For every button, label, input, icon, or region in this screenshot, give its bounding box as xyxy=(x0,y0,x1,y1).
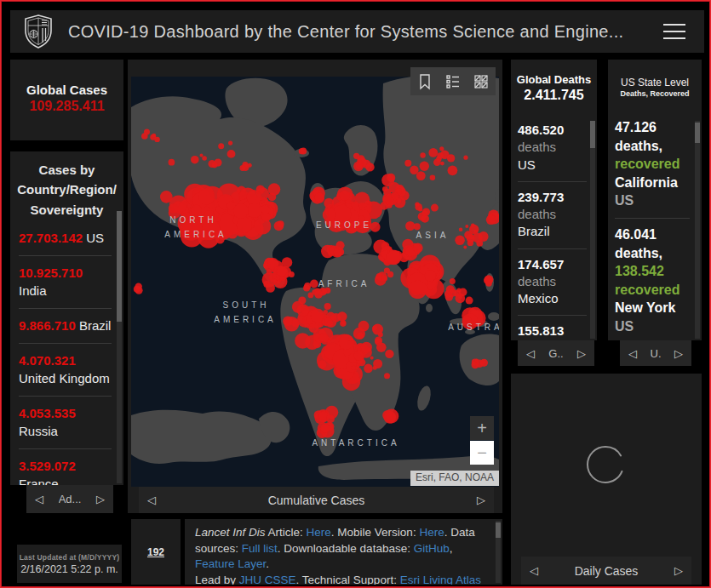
cases-by-country-panel: Cases by Country/Region/ Sovereignty 27.… xyxy=(10,151,123,485)
journal-name: Lancet Inf Dis xyxy=(195,526,266,539)
svg-text:AFRICA: AFRICA xyxy=(318,279,370,288)
cases-list-item[interactable]: 4.053.535 Russia xyxy=(19,397,112,449)
deaths-list-item[interactable]: 239.773 deathsBrazil xyxy=(518,182,587,249)
page-title: COVID-19 Dashboard by the Center for Sys… xyxy=(68,22,663,42)
bookmark-icon[interactable] xyxy=(416,73,433,90)
deaths-list: 486.520 deathsUS239.773 deathsBrazil174.… xyxy=(511,103,597,340)
last-updated-label: Last Updated at (M/D/YYYY) xyxy=(17,553,122,562)
info-link[interactable]: Here xyxy=(419,526,444,539)
global-deaths-panel: Global Deaths 2.411.745 486.520 deathsUS… xyxy=(511,60,597,340)
states-list-item[interactable]: 46.041 deaths, 138.542 recoveredNew York… xyxy=(615,219,690,340)
last-updated-value: 2/16/2021 5:22 p. m. xyxy=(17,563,122,575)
states-list-item[interactable]: 47.126 deaths, recoveredCalifornia US xyxy=(615,111,690,219)
states-list: 47.126 deaths, recoveredCalifornia US46.… xyxy=(608,98,702,340)
map-tab-label: Cumulative Cases xyxy=(139,494,494,507)
last-updated-panel: Last Updated at (M/D/YYYY) 2/16/2021 5:2… xyxy=(17,545,122,583)
info-link[interactable]: Here xyxy=(307,526,331,539)
map-toolbar xyxy=(410,67,496,95)
map-panel: NORTHAMERICAEUROPEASIAAFRICASOUTHAMERICA… xyxy=(128,60,502,513)
basemap-grid-icon[interactable] xyxy=(473,73,490,90)
states-pagination: ◁ U. ▷ xyxy=(620,340,691,366)
info-link[interactable]: GitHub xyxy=(414,542,450,555)
global-cases-label: Global Cases xyxy=(10,83,123,97)
states-scrollbar-thumb[interactable] xyxy=(695,123,700,143)
map-tab-bar: ◁ Cumulative Cases ▷ xyxy=(139,487,494,513)
deaths-list-item[interactable]: 155.813 deathsIndia xyxy=(518,316,587,340)
world-map[interactable]: NORTHAMERICAEUROPEASIAAFRICASOUTHAMERICA… xyxy=(131,77,499,487)
svg-text:NORTH: NORTH xyxy=(169,215,216,225)
dashboard-page: COVID-19 Dashboard by the Center for Sys… xyxy=(0,0,711,588)
prev-page-arrow[interactable]: ◁ xyxy=(526,347,535,360)
map-zoom-controls: + − xyxy=(470,416,494,465)
states-scrollbar-track[interactable] xyxy=(695,121,700,339)
us-state-subtitle: Deaths, Recovered xyxy=(608,89,702,98)
states-pagination-label: U. xyxy=(651,347,662,360)
admin-regions-count-link[interactable]: 192 xyxy=(147,546,164,558)
deaths-scrollbar-track[interactable] xyxy=(590,121,595,339)
daily-cases-tab-label: Daily Cases xyxy=(521,564,691,578)
prev-tab-arrow[interactable]: ◁ xyxy=(530,564,538,577)
map-attribution: Esri, FAO, NOAA xyxy=(410,471,499,486)
header-bar: COVID-19 Dashboard by the Center for Sys… xyxy=(10,10,704,53)
cases-panel-title: Cases by Country/Region/ Sovereignty xyxy=(10,151,123,220)
next-page-arrow[interactable]: ▷ xyxy=(674,347,683,360)
global-deaths-title: Global Deaths xyxy=(511,60,597,86)
svg-text:AMERICA: AMERICA xyxy=(214,315,277,324)
info-scrollbar-thumb[interactable] xyxy=(496,522,501,538)
info-link[interactable]: JHU CSSE xyxy=(239,574,296,585)
cases-list-item[interactable]: 27.703.142 US xyxy=(19,221,112,256)
info-scrollbar-track[interactable] xyxy=(496,521,501,583)
next-tab-arrow[interactable]: ▷ xyxy=(477,494,485,506)
svg-text:ANTARCTICA: ANTARCTICA xyxy=(312,438,399,448)
svg-text:SOUTH: SOUTH xyxy=(223,300,270,310)
us-state-level-panel: US State Level Deaths, Recovered 47.126 … xyxy=(608,60,702,340)
svg-text:EUROPE: EUROPE xyxy=(316,220,372,230)
cases-scrollbar-track[interactable] xyxy=(117,211,122,483)
zoom-in-button[interactable]: + xyxy=(470,416,494,440)
cases-list-item[interactable]: 4.070.321 United Kingdom xyxy=(19,344,112,397)
cases-list-item[interactable]: 10.925.710 India xyxy=(19,256,112,309)
cases-scrollbar-thumb[interactable] xyxy=(117,211,122,322)
prev-page-arrow[interactable]: ◁ xyxy=(628,347,637,360)
next-page-arrow[interactable]: ▷ xyxy=(577,347,586,360)
deaths-pagination: ◁ G.. ▷ xyxy=(518,340,594,366)
admin-regions-panel: 192 xyxy=(131,519,181,585)
info-link[interactable]: Feature Layer xyxy=(195,557,266,570)
svg-text:AUSTRALIA: AUSTRALIA xyxy=(448,323,499,332)
us-state-title: US State Level xyxy=(608,60,702,88)
deaths-list-item[interactable]: 174.657 deathsMexico xyxy=(518,249,587,317)
prev-tab-arrow[interactable]: ◁ xyxy=(147,494,156,506)
info-link[interactable]: Full list xyxy=(242,542,278,555)
info-link[interactable]: Esri Living Atlas xyxy=(400,574,481,585)
legend-list-icon[interactable] xyxy=(444,73,462,90)
global-deaths-value: 2.411.745 xyxy=(511,88,597,103)
loading-spinner xyxy=(586,445,625,484)
deaths-pagination-label: G.. xyxy=(548,347,563,360)
cases-list-item[interactable]: 9.866.710 Brazil xyxy=(19,309,112,344)
deaths-list-item[interactable]: 486.520 deathsUS xyxy=(518,115,587,182)
cases-pagination: ◁ Ad... ▷ xyxy=(26,485,113,513)
info-links-panel: Lancet Inf Dis Article: Here. Mobile Ver… xyxy=(185,519,502,585)
jhu-shield-logo[interactable] xyxy=(24,14,53,49)
info-text: Lancet Inf Dis Article: Here. Mobile Ver… xyxy=(195,525,489,585)
next-tab-arrow[interactable]: ▷ xyxy=(674,564,683,577)
svg-text:AMERICA: AMERICA xyxy=(164,230,227,239)
zoom-out-button[interactable]: − xyxy=(470,441,494,465)
daily-cases-panel: ◁ Daily Cases ▷ xyxy=(511,374,702,585)
hamburger-menu-icon[interactable] xyxy=(663,24,685,39)
deaths-scrollbar-thumb[interactable] xyxy=(590,121,595,148)
cases-list-item[interactable]: 3.529.072 France xyxy=(19,449,112,485)
cases-pagination-label: Ad... xyxy=(59,493,82,505)
prev-page-arrow[interactable]: ◁ xyxy=(35,493,43,505)
cases-list: 27.703.142 US10.925.710 India9.866.710 B… xyxy=(10,220,123,485)
global-cases-panel: Global Cases 109.285.411 xyxy=(10,60,123,140)
svg-text:ASIA: ASIA xyxy=(416,231,450,240)
global-cases-value: 109.285.411 xyxy=(10,99,123,114)
next-page-arrow[interactable]: ▷ xyxy=(96,493,105,505)
daily-cases-tab-bar: ◁ Daily Cases ▷ xyxy=(521,557,691,585)
